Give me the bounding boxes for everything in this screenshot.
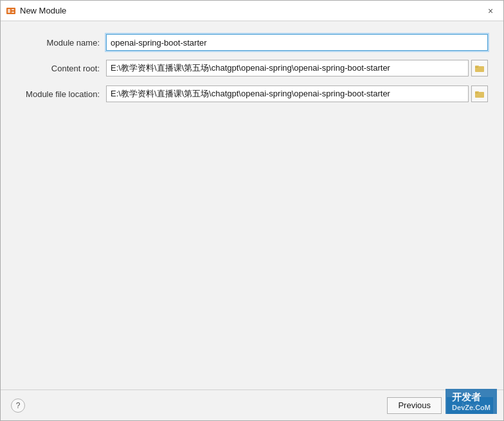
module-icon <box>6 6 16 16</box>
content-root-row: Content root: <box>16 60 488 76</box>
content-root-input[interactable] <box>106 60 469 76</box>
dialog-footer: ? Previous Next <box>1 390 503 420</box>
close-button[interactable]: × <box>483 3 498 19</box>
watermark-line1: 开发者 <box>452 391 491 404</box>
footer-left: ? <box>11 399 25 413</box>
svg-rect-1 <box>8 9 10 13</box>
svg-rect-6 <box>475 66 479 67</box>
content-root-folder-button[interactable] <box>471 60 488 76</box>
module-file-location-folder-button[interactable] <box>471 85 488 102</box>
svg-rect-9 <box>475 91 479 93</box>
content-root-input-wrapper <box>106 60 488 76</box>
title-bar: New Module × <box>1 1 503 21</box>
svg-rect-2 <box>12 9 14 10</box>
module-file-location-label: Module file location: <box>16 89 106 99</box>
module-name-row: Module name: <box>16 34 488 51</box>
new-module-dialog: New Module × Module name: Content root: <box>0 0 504 421</box>
module-file-location-input[interactable] <box>106 85 469 102</box>
svg-rect-3 <box>12 12 14 13</box>
previous-button[interactable]: Previous <box>387 397 442 414</box>
module-name-label: Module name: <box>16 38 106 48</box>
watermark: 开发者 DevZe.CoM <box>446 389 497 414</box>
watermark-line2: DevZe.CoM <box>452 404 491 411</box>
help-button[interactable]: ? <box>11 399 25 413</box>
dialog-title: New Module <box>20 6 66 15</box>
module-file-location-input-wrapper <box>106 85 488 102</box>
module-file-location-row: Module file location: <box>16 85 488 102</box>
content-root-label: Content root: <box>16 64 106 73</box>
title-bar-left: New Module <box>6 6 66 16</box>
module-name-input[interactable] <box>106 34 488 51</box>
module-name-input-wrapper <box>106 34 488 51</box>
dialog-content: Module name: Content root: Modu <box>1 21 503 390</box>
